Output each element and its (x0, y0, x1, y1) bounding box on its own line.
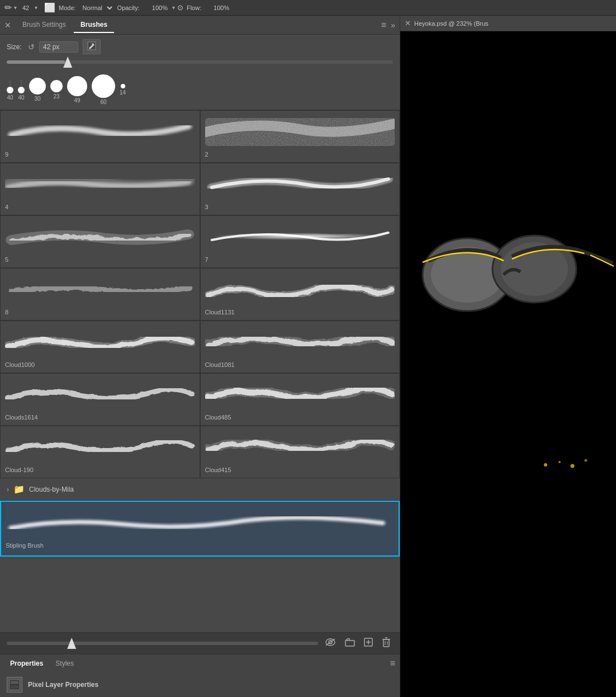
brush-list-scroll[interactable]: 9 (0, 110, 400, 632)
brush-item-clouds1614[interactable]: Clouds1614 (0, 373, 200, 426)
brush-item-cloud1081[interactable]: Cloud1081 (200, 321, 400, 373)
opacity-dropdown[interactable]: ▾ (172, 4, 175, 11)
brush-name-cloud415: Cloud415 (205, 467, 395, 473)
properties-menu-button[interactable]: ≡ (390, 658, 395, 668)
brush-preview-cloud-190 (5, 431, 195, 464)
opacity-input[interactable]: 100% (142, 4, 170, 12)
brush-item-cloud1000[interactable]: Cloud1000 (0, 321, 200, 373)
tab-properties[interactable]: Properties (4, 657, 49, 670)
brush-item-9[interactable]: 9 (0, 110, 200, 163)
preset-item-3[interactable]: 30 (29, 78, 46, 102)
svg-rect-15 (11, 681, 18, 684)
brush-preview-9 (5, 115, 195, 149)
brush-name-cloud485: Cloud485 (205, 414, 395, 421)
folder-add-icon (345, 638, 355, 647)
flow-input[interactable]: 100% (203, 4, 231, 12)
brush-preview-cloud485 (205, 378, 395, 412)
brush-name-clouds1614: Clouds1614 (5, 414, 195, 421)
brush-item-7[interactable]: 7 (200, 215, 400, 268)
preset-dot-1: ⋮ (7, 79, 13, 86)
preset-circle-4 (50, 80, 63, 92)
size-reset-button[interactable]: ↺ (28, 43, 35, 51)
preset-circle-7 (121, 84, 125, 88)
preset-circle-6 (92, 74, 115, 98)
preset-circle-3 (29, 78, 46, 95)
size-edit-button[interactable] (83, 39, 101, 54)
brush-item-8[interactable]: 8 (0, 268, 200, 321)
brush-preview-4 (5, 168, 195, 201)
brush-size-slider[interactable] (7, 642, 318, 645)
folder-item-clouds-by-mila[interactable]: › 📁 Clouds-by-Mila (0, 478, 400, 501)
brush-item-cloud-190[interactable]: Cloud-190 (0, 426, 200, 478)
panel-collapse-button[interactable]: » (391, 21, 395, 30)
preset-item-6[interactable]: 60 (92, 74, 115, 105)
delete-brush-button[interactable] (380, 636, 393, 651)
brush-name-7: 7 (205, 256, 395, 263)
panel-tabs: Brush Settings Brushes (16, 17, 381, 33)
panel-header: ✕ Brush Settings Brushes ≡ » (0, 16, 400, 35)
canvas-title: Heyoka.psd @ 232% (Brus (414, 20, 489, 27)
pixel-layer-icon (7, 677, 22, 693)
brush-icon: ✏ (4, 2, 12, 13)
preset-item-5[interactable]: 49 (67, 76, 87, 103)
svg-rect-16 (11, 685, 18, 689)
svg-point-23 (558, 461, 561, 463)
tab-styles[interactable]: Styles (50, 657, 79, 670)
brush-name-4: 4 (5, 204, 195, 210)
canvas-close-button[interactable]: ✕ (405, 19, 411, 27)
pressure-icon: ⊙ (177, 3, 183, 12)
brush-preview-cloud1131 (205, 273, 395, 307)
preset-item-2[interactable]: ⋮ 40 (18, 79, 25, 101)
panel-close-button[interactable]: ✕ (4, 21, 11, 30)
preset-item-1[interactable]: ⋮ 40 (7, 79, 13, 101)
brush-dropdown-arrow[interactable]: ▾ (14, 4, 17, 11)
brush-item-stipling[interactable]: Stipling Brush (0, 501, 400, 557)
brush-item-cloud485[interactable]: Cloud485 (200, 373, 400, 426)
size-controls: Size: ↺ 42 px (0, 35, 400, 72)
brush-size-display: 42 (19, 4, 32, 11)
size-slider[interactable] (7, 60, 393, 64)
bottom-controls (0, 632, 400, 654)
brush-item-cloud1131[interactable]: Cloud1131 (200, 268, 400, 321)
top-toolbar: ✏ ▾ 42 ▾ ⬜ Mode: Normal Opacity: 100% ▾ … (0, 0, 616, 16)
canvas-area[interactable] (400, 31, 616, 697)
edit-icon (87, 41, 96, 50)
preset-label-3: 30 (34, 96, 40, 102)
preset-label-2: 40 (18, 95, 24, 101)
preset-label-1: 40 (7, 95, 13, 101)
new-brush-button[interactable] (362, 637, 375, 650)
preset-item-7[interactable]: 14 (120, 84, 126, 96)
brush-item-4[interactable]: 4 (0, 163, 200, 215)
brush-name-8: 8 (5, 309, 195, 315)
brush-size-dropdown[interactable]: ▾ (35, 4, 37, 11)
brush-preview-3 (205, 168, 395, 201)
pixel-layer-label: Pixel Layer Properties (28, 681, 98, 689)
pixel-layer-preview-icon (9, 679, 20, 690)
svg-point-24 (571, 464, 575, 468)
brush-name-cloud1081: Cloud1081 (205, 361, 395, 368)
new-group-button[interactable] (343, 637, 357, 650)
brush-preview-7 (205, 220, 395, 254)
tab-brushes[interactable]: Brushes (74, 17, 114, 33)
tab-brush-settings[interactable]: Brush Settings (16, 17, 73, 33)
visibility-toggle-button[interactable] (323, 637, 338, 650)
brush-item-5[interactable]: 5 (0, 215, 200, 268)
size-input-field[interactable]: 42 px (39, 41, 78, 53)
brush-item-cloud415[interactable]: Cloud415 (200, 426, 400, 478)
new-brush-icon (364, 638, 373, 647)
mode-select[interactable]: Normal (78, 3, 114, 12)
brush-name-stipling: Stipling Brush (6, 542, 394, 549)
properties-content: Pixel Layer Properties (0, 672, 400, 697)
panel-menu-button[interactable]: ≡ (381, 20, 386, 30)
brush-tool-group: ✏ ▾ 42 ▾ ⬜ (4, 2, 55, 13)
folder-name: Clouds-by-Mila (29, 486, 74, 493)
preset-item-4[interactable]: 23 (50, 80, 63, 100)
brush-item-2[interactable]: 2 (200, 110, 400, 163)
flow-group: Flow: 100% (187, 4, 231, 12)
brush-preview-8 (5, 273, 195, 307)
brush-list-wrapper: 9 (0, 110, 400, 632)
preset-dot-2: ⋮ (18, 79, 24, 86)
brush-preview-2 (205, 115, 395, 149)
brush-item-3[interactable]: 3 (200, 163, 400, 215)
brush-preview-cloud1000 (5, 326, 195, 359)
